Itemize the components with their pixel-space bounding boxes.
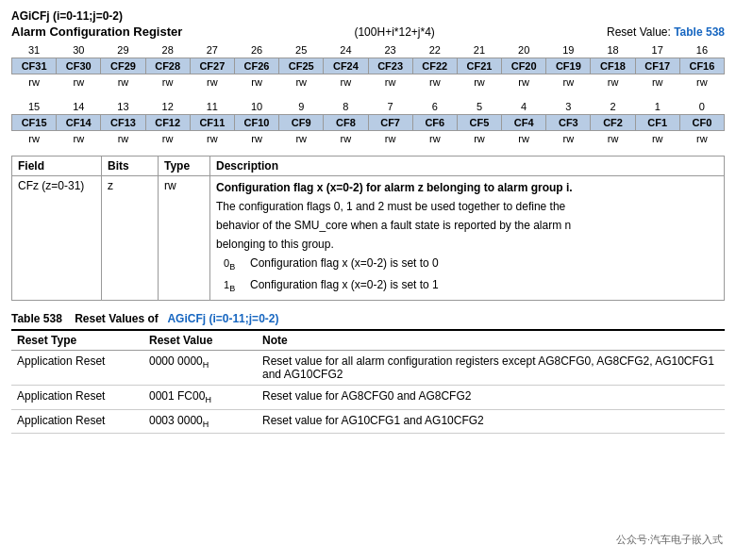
bit-number: 5 — [457, 99, 501, 115]
sub-text: Configuration flag x (x=0-2) is set to 1 — [250, 276, 439, 293]
access-type: rw — [57, 131, 101, 147]
register-field: CF15 — [12, 115, 57, 131]
register-field: CF6 — [412, 115, 457, 131]
register-header: Alarm Configuration Register (100H+i*12+… — [11, 25, 725, 39]
bit-number: 20 — [502, 42, 546, 58]
bit-number: 10 — [234, 99, 278, 115]
register-reset-ref: Reset Value: Table 538 — [607, 25, 725, 39]
field-col-header: Field — [12, 156, 102, 176]
access-type: rw — [679, 131, 724, 147]
type-col-header: Type — [159, 156, 210, 176]
sub-text: Configuration flag x (x=0-2) is set to 0 — [250, 255, 439, 272]
access-type: rw — [324, 74, 368, 91]
bit-number: 9 — [279, 99, 324, 115]
bit-number: 18 — [591, 42, 635, 58]
reset-table-row: Application Reset0000 0000HReset value f… — [11, 351, 725, 386]
field-description-table: Field Bits Type Description CFz (z=0-31)… — [11, 156, 725, 301]
register-field: CF22 — [412, 58, 457, 74]
field-desc-sub-item: 1BConfiguration flag x (x=0-2) is set to… — [224, 276, 718, 296]
bits-col-header: Bits — [102, 156, 159, 176]
register-field: CF5 — [457, 115, 501, 131]
field-desc-line: belonging to this group. — [216, 236, 718, 253]
bit-number: 8 — [324, 99, 368, 115]
watermark: 公众号·汽车电子嵌入式 — [616, 533, 723, 547]
reset-values-table: Reset Type Reset Value Note Application … — [11, 329, 725, 434]
register-field: CF4 — [502, 115, 546, 131]
access-type: rw — [279, 74, 324, 91]
access-type: rw — [457, 131, 501, 147]
reset-note-header: Note — [257, 330, 725, 351]
reset-type-cell: Application Reset — [11, 351, 143, 386]
access-type: rw — [57, 74, 101, 91]
field-type-cell: rw — [159, 176, 210, 301]
reset-section: Table 538 Reset Values of AGiCFj (i=0-11… — [11, 312, 725, 434]
bit-number: 13 — [101, 99, 145, 115]
register-field: CF16 — [679, 58, 724, 74]
bit-number: 28 — [145, 42, 190, 58]
bit-number: 25 — [279, 42, 324, 58]
register-field: CF25 — [279, 58, 324, 74]
reset-type-cell: Application Reset — [11, 386, 143, 409]
bit-number: 16 — [679, 42, 724, 58]
register-title: AGiCFj (i=0-11;j=0-2) — [11, 9, 725, 23]
register-field: CF3 — [546, 115, 591, 131]
register-low-table: 1514131211109876543210CF15CF14CF13CF12CF… — [11, 99, 725, 146]
reset-table-row: Application Reset0001 FC00HReset value f… — [11, 386, 725, 409]
bit-number: 3 — [546, 99, 591, 115]
register-low-section: 1514131211109876543210CF15CF14CF13CF12CF… — [11, 99, 725, 146]
access-type: rw — [101, 131, 145, 147]
access-type: rw — [679, 74, 724, 91]
bit-number: 29 — [101, 42, 145, 58]
register-field: CF9 — [279, 115, 324, 131]
access-type: rw — [412, 74, 457, 91]
register-field: CF17 — [635, 58, 679, 74]
bit-number: 15 — [12, 99, 57, 115]
access-type: rw — [591, 74, 635, 91]
desc-col-header: Description — [210, 156, 725, 176]
register-field: CF19 — [546, 58, 591, 74]
access-type: rw — [368, 74, 412, 91]
access-type: rw — [412, 131, 457, 147]
field-desc-sub-item: 0BConfiguration flag x (x=0-2) is set to… — [224, 255, 718, 274]
access-type: rw — [12, 131, 57, 147]
bit-number: 21 — [457, 42, 501, 58]
bit-number: 4 — [502, 99, 546, 115]
bit-number: 12 — [145, 99, 190, 115]
bit-number: 2 — [591, 99, 635, 115]
register-high-section: 31302928272625242322212019181716CF31CF30… — [11, 42, 725, 90]
reset-value-cell: 0003 0000H — [143, 409, 257, 433]
reset-type-header: Reset Type — [11, 330, 143, 351]
bit-number: 23 — [368, 42, 412, 58]
field-desc-line: The configuration flags 0, 1 and 2 must … — [216, 198, 718, 215]
register-field: CF30 — [57, 58, 101, 74]
bit-number: 27 — [190, 42, 234, 58]
register-field: CF0 — [679, 115, 724, 131]
bit-number: 24 — [324, 42, 368, 58]
reset-table-reg: AGiCFj (i=0-11;j=0-2) — [167, 312, 278, 325]
sub-label: 0B — [224, 255, 250, 274]
register-field: CF8 — [324, 115, 368, 131]
field-desc-cell: Configuration flag x (x=0-2) for alarm z… — [210, 176, 725, 301]
register-field: CF27 — [190, 58, 234, 74]
access-type: rw — [190, 74, 234, 91]
register-field: CF12 — [145, 115, 190, 131]
register-high-table: 31302928272625242322212019181716CF31CF30… — [11, 42, 725, 90]
reset-value-cell: 0001 FC00H — [143, 386, 257, 409]
access-type: rw — [145, 131, 190, 147]
reset-table-row: Application Reset0003 0000HReset value f… — [11, 409, 725, 433]
field-name-cell: CFz (z=0-31) — [12, 176, 102, 301]
reset-table-title-text: Reset Values of — [75, 312, 159, 325]
field-desc-line: behavior of the SMU_core when a fault st… — [216, 217, 718, 234]
reset-note-cell: Reset value for AG8CFG0 and AG8CFG2 — [257, 386, 725, 409]
register-address: (100H+i*12+j*4) — [354, 25, 434, 39]
register-field: CF20 — [502, 58, 546, 74]
field-table-header-row: Field Bits Type Description — [12, 156, 725, 176]
register-field: CF31 — [12, 58, 57, 74]
register-field: CF10 — [234, 115, 278, 131]
register-field: CF23 — [368, 58, 412, 74]
reset-link[interactable]: Table 538 — [674, 25, 725, 39]
register-field: CF21 — [457, 58, 501, 74]
access-type: rw — [234, 131, 278, 147]
bit-number: 22 — [412, 42, 457, 58]
bit-number: 6 — [412, 99, 457, 115]
